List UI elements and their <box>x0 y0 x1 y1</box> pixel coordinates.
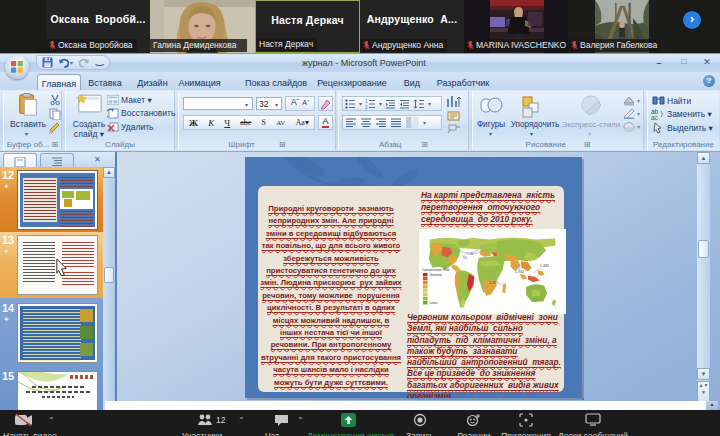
svg-text:1,482: 1,482 <box>540 264 549 268</box>
svg-text:51: 51 <box>463 256 467 260</box>
svg-text:Conservation Risk: Conservation Risk <box>422 268 450 272</box>
svg-text:138: 138 <box>467 252 473 256</box>
svg-text:ac: ac <box>651 114 659 120</box>
svg-text:Least: Least <box>430 301 438 305</box>
svg-text:1,934: 1,934 <box>515 270 524 274</box>
svg-text:2: 2 <box>365 104 368 109</box>
svg-text:1: 1 <box>365 99 368 104</box>
svg-text:1,361: 1,361 <box>489 281 498 285</box>
svg-text:Greatest: Greatest <box>430 273 442 277</box>
